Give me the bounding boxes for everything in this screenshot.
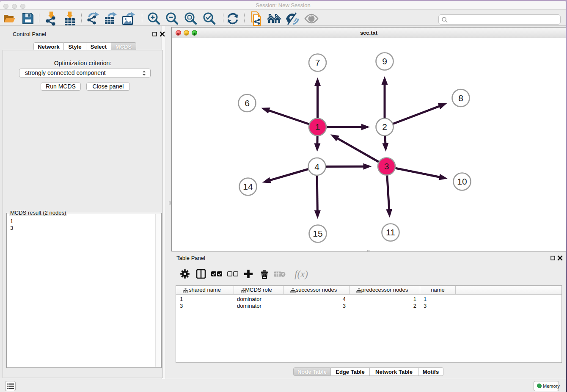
svg-text:3: 3 <box>384 161 389 171</box>
svg-text:9: 9 <box>382 56 387 66</box>
svg-text:15: 15 <box>313 229 322 238</box>
svg-text:10: 10 <box>457 177 467 186</box>
svg-text:1: 1 <box>315 122 320 132</box>
svg-text:6: 6 <box>245 98 250 108</box>
svg-text:14: 14 <box>243 182 253 191</box>
svg-text:2: 2 <box>382 122 387 132</box>
svg-text:8: 8 <box>458 93 463 103</box>
svg-text:11: 11 <box>386 227 395 237</box>
svg-text:7: 7 <box>315 58 320 67</box>
svg-text:4: 4 <box>314 162 319 171</box>
